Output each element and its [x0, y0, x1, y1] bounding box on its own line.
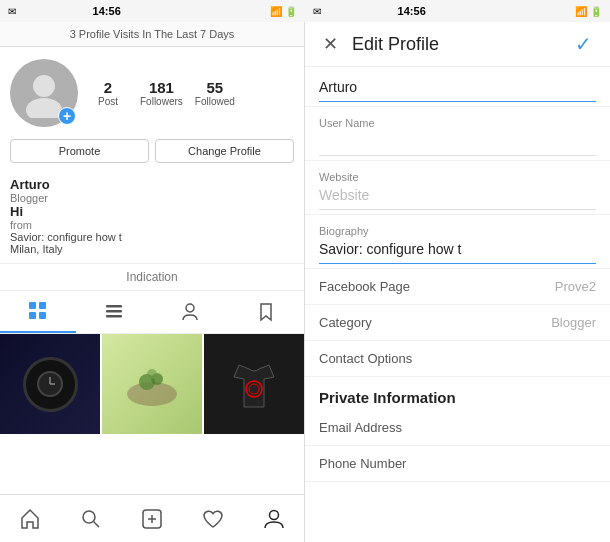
- form-facebook-row[interactable]: Facebook Page Prove2: [305, 269, 610, 305]
- svg-rect-5: [39, 312, 46, 319]
- change-profile-button[interactable]: Change Profile: [155, 139, 294, 163]
- svg-point-24: [269, 510, 278, 519]
- svg-rect-7: [106, 310, 122, 313]
- grid-icon: [28, 301, 48, 321]
- main-content: 3 Profile Visits In The Last 7 Days + 2 …: [0, 22, 610, 542]
- status-time-left: 14:56: [93, 5, 121, 17]
- profile-visits-bar: 3 Profile Visits In The Last 7 Days: [0, 22, 304, 47]
- visits-text: 3 Profile Visits In The Last 7 Days: [70, 28, 235, 40]
- form-username-section: User Name: [305, 107, 610, 161]
- svg-point-9: [186, 304, 194, 312]
- status-bar: ✉ 14:56 📶 🔋 ✉ 14:56 📶 🔋: [0, 0, 610, 22]
- promote-button[interactable]: Promote: [10, 139, 149, 163]
- bottom-nav: [0, 494, 304, 542]
- svg-rect-6: [106, 305, 122, 308]
- edit-profile-title: Edit Profile: [352, 34, 569, 55]
- right-panel: ✕ Edit Profile ✓ Arturo User Name Websit…: [305, 22, 610, 542]
- stat-following: 55 Followed: [195, 79, 235, 107]
- profile-location: Milan, Italy: [10, 243, 294, 255]
- phone-label: Phone Number: [319, 456, 406, 471]
- tab-saved[interactable]: [228, 291, 304, 333]
- indication-label: Indication: [0, 263, 304, 290]
- form-phone-row[interactable]: Phone Number: [305, 446, 610, 482]
- svg-point-19: [83, 511, 95, 523]
- stats-area: 2 Post 181 Followers 55 Followed: [88, 79, 294, 107]
- svg-rect-2: [29, 302, 36, 309]
- confirm-button[interactable]: ✓: [569, 30, 598, 58]
- profile-icon: [263, 508, 285, 530]
- photo-cell-1[interactable]: [0, 334, 100, 434]
- search-icon: [80, 508, 102, 530]
- profile-tabs: [0, 290, 304, 334]
- nav-profile[interactable]: [243, 495, 304, 542]
- stat-posts: 2 Post: [88, 79, 128, 107]
- food-icon: [122, 354, 182, 414]
- contact-label: Contact Options: [319, 351, 412, 366]
- category-value: Blogger: [551, 315, 596, 330]
- followers-label: Followers: [140, 96, 183, 107]
- stat-followers: 181 Followers: [140, 79, 183, 107]
- svg-rect-8: [106, 315, 122, 318]
- tshirt-icon: [229, 357, 279, 412]
- svg-point-0: [33, 75, 55, 97]
- left-panel: 3 Profile Visits In The Last 7 Days + 2 …: [0, 22, 305, 542]
- following-label: Followed: [195, 96, 235, 107]
- tab-list[interactable]: [76, 291, 152, 333]
- status-time-right: 14:56: [398, 5, 426, 17]
- posts-label: Post: [98, 96, 118, 107]
- status-icons-right: 📶 🔋: [575, 6, 602, 17]
- list-icon: [104, 302, 124, 322]
- profile-from-label: from: [10, 219, 294, 231]
- status-icons-left: 📶 🔋: [270, 6, 297, 17]
- username-input[interactable]: [319, 131, 596, 156]
- signal-icon: 📶: [270, 6, 282, 17]
- heart-icon: [202, 508, 224, 530]
- photo-cell-2[interactable]: [102, 334, 202, 434]
- home-icon: [19, 508, 41, 530]
- form-name-section: Arturo: [305, 67, 610, 107]
- battery-icon-right: 🔋: [590, 6, 602, 17]
- followers-count: 181: [149, 79, 174, 96]
- website-label: Website: [319, 171, 596, 183]
- edit-profile-header: ✕ Edit Profile ✓: [305, 22, 610, 67]
- mail-icon-right: ✉: [313, 6, 321, 17]
- nav-likes[interactable]: [182, 495, 243, 542]
- private-info-header: Private Information: [305, 377, 610, 410]
- bio-value[interactable]: Savior: configure how t: [319, 239, 596, 264]
- svg-point-16: [147, 369, 157, 379]
- form-bio-section: Biography Savior: configure how t: [305, 215, 610, 269]
- add-photo-button[interactable]: +: [58, 107, 76, 125]
- profile-actions: Promote Change Profile: [0, 139, 304, 173]
- photo-cell-3[interactable]: [204, 334, 304, 434]
- category-label: Category: [319, 315, 372, 330]
- svg-point-1: [26, 98, 62, 118]
- nav-add[interactable]: [122, 495, 183, 542]
- status-bar-right: ✉ 14:56 📶 🔋: [305, 5, 610, 17]
- svg-rect-4: [29, 312, 36, 319]
- tab-grid[interactable]: [0, 291, 76, 333]
- plus-square-icon: [141, 508, 163, 530]
- bio-label: Biography: [319, 225, 596, 237]
- photo-grid: [0, 334, 304, 494]
- avatar-wrap: +: [10, 59, 78, 127]
- form-email-row[interactable]: Email Address: [305, 410, 610, 446]
- nav-search[interactable]: [61, 495, 122, 542]
- close-button[interactable]: ✕: [317, 31, 344, 57]
- website-input[interactable]: Website: [319, 185, 596, 210]
- profile-bio-detail: Savior: configure how t: [10, 231, 294, 243]
- status-bar-left: ✉ 14:56 📶 🔋: [0, 5, 305, 17]
- form-category-row[interactable]: Category Blogger: [305, 305, 610, 341]
- form-website-section: Website Website: [305, 161, 610, 215]
- person-tag-icon: [180, 302, 200, 322]
- posts-count: 2: [104, 79, 112, 96]
- profile-bio-title: Hi: [10, 204, 294, 219]
- following-count: 55: [206, 79, 223, 96]
- form-contact-row[interactable]: Contact Options: [305, 341, 610, 377]
- tab-tagged[interactable]: [152, 291, 228, 333]
- nav-home[interactable]: [0, 495, 61, 542]
- mail-icon: ✉: [8, 6, 16, 17]
- signal-icon-right: 📶: [575, 6, 587, 17]
- profile-name: Arturo: [10, 177, 294, 192]
- bookmark-icon: [256, 302, 276, 322]
- name-value[interactable]: Arturo: [319, 77, 596, 102]
